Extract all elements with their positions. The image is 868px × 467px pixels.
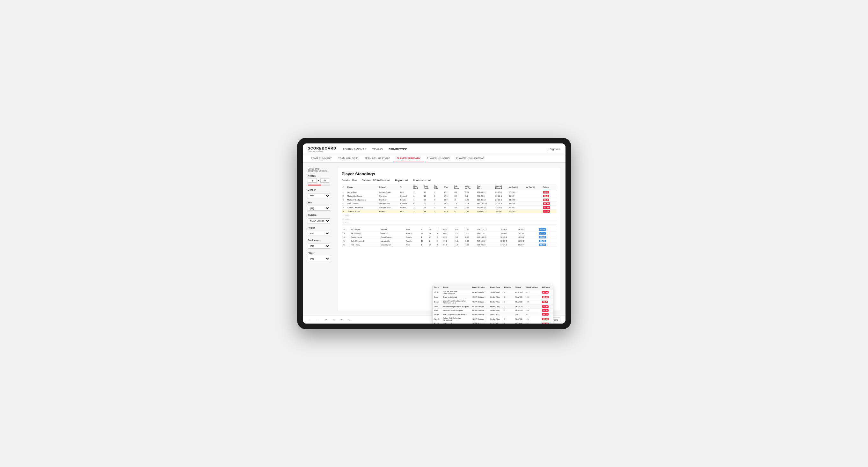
cell-school: Stanford (378, 198, 399, 202)
table-row[interactable]: 3 Michael Thorbjornsen Stanford Fourth 1… (342, 198, 557, 202)
cell-avg-to-par: 1.47 (464, 198, 476, 202)
conference-select[interactable]: (All) (308, 244, 330, 249)
cell-reg-rank: 11 (420, 231, 428, 235)
table-row[interactable]: 22 Ian Gilligan Florida Third 10 24 1 68… (342, 227, 557, 231)
cell-avg-sg: 547-142-38 (476, 202, 494, 206)
tab-team-h2h-heatmap[interactable]: TEAM H2H HEATMAP (361, 155, 393, 162)
points-badge[interactable]: 60.58 (539, 228, 546, 231)
points-badge[interactable]: 58.18 (543, 210, 550, 213)
points-badge[interactable]: 66.94 (543, 203, 550, 205)
cell-points[interactable]: 60.02 (538, 235, 557, 239)
cell-points[interactable]: 66.94 (542, 202, 557, 206)
region-select[interactable]: N/A (308, 231, 330, 236)
gender-select[interactable]: Men Women (308, 193, 330, 198)
table-row[interactable]: 8. Matu... (342, 217, 557, 221)
gender-label: Gender (308, 189, 334, 191)
cell-points[interactable]: 60.58 (538, 227, 557, 231)
tab-team-summary[interactable]: TEAM SUMMARY (308, 155, 335, 162)
cell-no-rds: 0 (433, 198, 443, 202)
player-select[interactable]: (All) (308, 256, 330, 261)
table-row[interactable]: 23 Jack Lundin Missouri Fourth 11 24 0 6… (342, 231, 557, 235)
cell-points[interactable]: 70.2 (542, 198, 557, 202)
table-row[interactable]: 24 Bastien Amat New Mexico Fourth 1 27 2… (342, 235, 557, 239)
redo-button[interactable]: → (316, 318, 321, 322)
no-rds-to-input[interactable] (320, 178, 329, 183)
cell-points[interactable]: 76.3 (542, 194, 557, 198)
cell-conf-rank: 24 (428, 227, 436, 231)
year-select[interactable]: (All) (308, 206, 330, 211)
table-row[interactable]: 9. Prest... (342, 221, 557, 225)
table-row[interactable]: 6 Jackson Kohon Auburn First 2 27 1 87.5… (342, 210, 557, 213)
tab-team-h2h-grid[interactable]: TEAM H2H GRID (335, 155, 362, 162)
table-row[interactable]: 2 Michael La Sasso Ole Miss Second 1 18 … (342, 194, 557, 198)
points-badge[interactable]: 88.2 (543, 191, 549, 193)
tab-player-h2h-grid[interactable]: PLAYER H2H GRID (424, 155, 453, 162)
points-badge[interactable]: 38.49 (539, 244, 546, 246)
cell-avg-to-par: 2.34 (464, 206, 476, 210)
division-select[interactable]: NCAA Division I (308, 218, 330, 223)
cell-rank: 4 (342, 202, 346, 206)
cell-points[interactable]: 38.49 (538, 243, 557, 247)
table-row[interactable]: 1 Wenyi Ding Arizona State First 1 15 1 … (342, 190, 557, 194)
cell-overall: 19-11-1 (494, 194, 508, 198)
points-badge[interactable]: 39.95 (539, 240, 546, 242)
cell-adj-score: -2 (453, 210, 464, 213)
points-badge[interactable]: 60.27 (539, 232, 546, 235)
cell-points[interactable]: 39.95 (538, 239, 557, 243)
cell-points[interactable]: 60.49 (542, 206, 557, 210)
table-row[interactable]: 25 Cole Sherwood Vanderbilt Fourth 12 24… (342, 239, 557, 243)
cell-reg-rank: 1 (420, 243, 428, 247)
cell-reg-rank: 1 (412, 198, 423, 202)
cell-wins: 68.2 (443, 202, 453, 206)
table-row[interactable]: 5 Christo Lamprecht Georgia Tech Fourth … (342, 206, 557, 210)
cell-points[interactable]: 58.18 (542, 210, 557, 213)
add-button[interactable]: ⊕· (339, 318, 344, 322)
points-badge[interactable]: 76.3 (543, 195, 549, 197)
sign-out-link[interactable]: Sign out (550, 148, 560, 151)
detail-table-row: Alex C Fallen Oak Collegiate Invitationa… (433, 316, 553, 322)
cell-wins: 68.5 (442, 231, 454, 235)
cell-player: Petr Hruby (350, 243, 380, 247)
col-reg-rank: RegRank (412, 184, 423, 190)
refresh-button[interactable]: ↺ (324, 318, 328, 322)
nav-committee[interactable]: COMMITTEE (389, 147, 407, 151)
points-badge[interactable]: 60.49 (543, 206, 550, 209)
undo-button[interactable]: ← (308, 318, 313, 322)
detail-table-row: Jake I The Cypress Point Classic NCAA Di… (433, 312, 553, 316)
cell-overall: 63-38-2 (499, 239, 517, 243)
cell-vs-top25: 17-23-0 (508, 190, 525, 194)
table-row[interactable]: 26 Petr Hruby Washington Fifth 1 23 0 68… (342, 243, 557, 247)
nav-tournaments[interactable]: TOURNAMENTS (343, 147, 367, 151)
cell-avg-sg: 533-57-16 (476, 206, 494, 210)
cell-wins: 68.7 (443, 198, 453, 202)
app-header: SCOREBOARD Powered by clippi TOURNAMENTS… (303, 144, 565, 155)
cell-vs-top50 (534, 239, 538, 243)
w-points-badge: 40.64 (542, 291, 549, 293)
cell-rank: 2 (342, 194, 346, 198)
division-filter: Division NCAA Division I (308, 214, 334, 223)
col-d-type: Event Type (489, 285, 503, 289)
cell-no-rds: 0 (436, 231, 442, 235)
detail-table-row: Gordi Tiger Invitational NCAA Division I… (433, 295, 553, 299)
nav-teams[interactable]: TEAMS (372, 147, 383, 151)
tab-player-summary[interactable]: PLAYER SUMMARY (393, 155, 424, 162)
no-rds-from-input[interactable] (308, 178, 317, 183)
cell-conf-rank: 21 (423, 206, 434, 210)
gender-display: Gender: Men (342, 179, 357, 182)
cell-points[interactable]: 88.2 (542, 190, 557, 194)
cell-conf-rank: 18 (423, 194, 434, 198)
cell-points[interactable]: 60.27 (538, 231, 557, 235)
cell-vs-top50 (525, 206, 541, 210)
tab-player-h2h-heatmap[interactable]: PLAYER H2H HEATMAP (453, 155, 488, 162)
cell-reg-rank: 10 (420, 227, 428, 231)
table-row[interactable]: 7. Nichi... (342, 213, 557, 217)
cell-vs-top50 (525, 190, 541, 194)
target-button[interactable]: ⊙ (347, 318, 351, 322)
cell-no-rds: 1 (433, 210, 443, 213)
table-row[interactable]: 4 Luke Clanton Florida State Second 5 27… (342, 202, 557, 206)
division-label: Division (308, 214, 334, 216)
cell-school: Florida (380, 227, 405, 231)
points-badge[interactable]: 60.02 (539, 236, 546, 239)
grid-button[interactable]: ⊡ (332, 318, 336, 322)
points-badge[interactable]: 70.2 (543, 198, 549, 201)
